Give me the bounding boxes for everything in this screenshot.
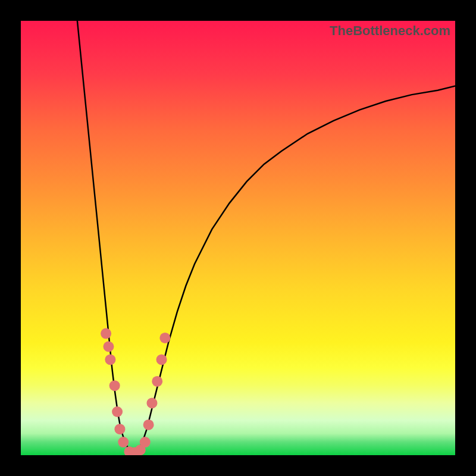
data-marker	[156, 354, 167, 365]
data-marker	[143, 419, 154, 430]
data-marker	[114, 424, 125, 434]
data-marker	[140, 437, 151, 447]
data-marker	[109, 380, 120, 391]
curve-right-branch	[134, 86, 455, 456]
data-marker	[146, 397, 157, 408]
data-marker	[152, 376, 162, 387]
data-marker	[103, 342, 114, 352]
marker-group	[101, 328, 170, 455]
data-marker	[105, 354, 115, 365]
chart-frame: TheBottleneck.com	[0, 0, 476, 476]
data-marker	[101, 328, 111, 339]
curve-left-branch	[77, 21, 134, 455]
data-marker	[112, 406, 123, 417]
data-marker	[118, 437, 129, 447]
plot-area: TheBottleneck.com	[21, 21, 455, 455]
curve-layer	[21, 21, 455, 455]
data-marker	[159, 333, 170, 343]
